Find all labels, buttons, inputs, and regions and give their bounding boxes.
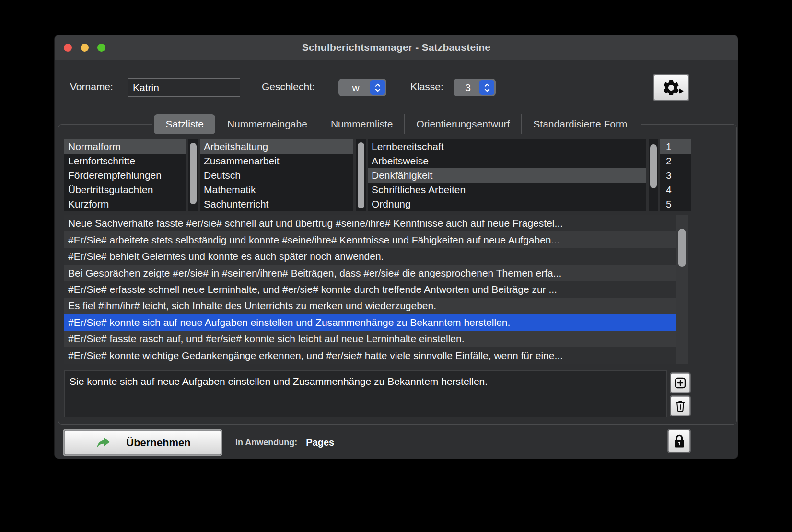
settings-button[interactable] xyxy=(654,75,688,100)
grade-item[interactable]: 2 xyxy=(660,154,691,168)
preview-textarea[interactable]: Sie konnte sich auf neue Aufgaben einste… xyxy=(64,370,667,417)
stepper-icon xyxy=(370,80,385,95)
vorname-label: Vorname: xyxy=(70,81,113,93)
apply-arrow-icon xyxy=(94,435,112,451)
tabs: SatzlisteNummerneingabeNummernlisteOrien… xyxy=(152,114,641,134)
tab[interactable]: Orientierungsentwurf xyxy=(404,114,521,134)
tab[interactable]: Satzliste xyxy=(154,114,215,134)
sentence-item[interactable]: #Er/Sie# arbeitete stets selbständig und… xyxy=(64,231,676,248)
subcategory-scrollbar[interactable] xyxy=(649,139,658,211)
report-form-scrollbar[interactable] xyxy=(188,139,198,211)
geschlecht-label: Geschlecht: xyxy=(262,81,315,93)
in-app-label: in Anwendung: xyxy=(235,438,297,448)
zoom-icon[interactable] xyxy=(97,44,105,52)
sentence-item[interactable]: Es fiel #ihm/ihr# leicht, sich Inhalte d… xyxy=(64,298,676,314)
lock-button[interactable] xyxy=(668,430,690,452)
scrollbar-thumb[interactable] xyxy=(358,142,364,208)
apply-label: Übernehmen xyxy=(126,437,190,449)
klasse-select[interactable]: 3 xyxy=(454,79,496,96)
lock-icon xyxy=(672,433,687,450)
sentence-scrollbar[interactable] xyxy=(676,215,688,364)
subcategory-list: LernbereitschaftArbeitsweiseDenkfähigkei… xyxy=(368,139,646,211)
sentence-list: Neue Sachverhalte fasste #er/sie# schnel… xyxy=(64,215,676,364)
grade-item[interactable]: 5 xyxy=(660,197,691,211)
delete-sentence-button[interactable] xyxy=(671,396,690,416)
list-item[interactable]: Übertrittsgutachten xyxy=(64,183,186,197)
list-item[interactable]: Kurzform xyxy=(64,197,186,211)
window-title: Schulberichtsmanager - Satzbausteine xyxy=(302,42,490,53)
sentence-item[interactable]: Neue Sachverhalte fasste #er/sie# schnel… xyxy=(64,215,676,231)
list-item[interactable]: Ordnung xyxy=(368,197,646,211)
vorname-input[interactable] xyxy=(128,78,240,97)
plus-icon xyxy=(673,376,687,390)
traffic-lights xyxy=(64,35,105,60)
list-item[interactable]: Sachunterricht xyxy=(200,197,353,211)
list-item[interactable]: Deutsch xyxy=(200,168,353,183)
category-list: ArbeitshaltungZusammenarbeitDeutschMathe… xyxy=(200,139,353,211)
scrollbar-thumb[interactable] xyxy=(650,144,657,188)
stepper-icon xyxy=(479,80,494,95)
tab[interactable]: Standardisierte Form xyxy=(521,114,639,134)
add-sentence-button[interactable] xyxy=(671,373,690,393)
trash-icon xyxy=(674,399,687,413)
list-item[interactable]: Arbeitshaltung xyxy=(200,139,353,154)
app-window: Schulberichtsmanager - Satzbausteine Vor… xyxy=(54,35,738,459)
list-item[interactable]: Arbeitsweise xyxy=(368,154,646,168)
sentence-item[interactable]: Bei Gesprächen zeigte #er/sie# in #seine… xyxy=(64,265,676,281)
sentence-item[interactable]: #Er/Sie# fasste rasch auf, und #er/sie# … xyxy=(64,331,676,347)
gear-icon xyxy=(662,78,681,97)
minimize-icon[interactable] xyxy=(81,44,89,52)
sentence-item[interactable]: #Er/Sie# behielt Gelerntes und konnte es… xyxy=(64,248,676,265)
list-item[interactable]: Lernbereitschaft xyxy=(368,139,646,154)
list-item[interactable]: Lernfortschritte xyxy=(64,154,186,168)
grade-item[interactable]: 1 xyxy=(660,139,691,154)
sentence-item[interactable]: #Er/Sie# konnte wichtige Gedankengänge e… xyxy=(64,347,676,364)
list-item[interactable]: Zusammenarbeit xyxy=(200,154,353,168)
grade-item[interactable]: 3 xyxy=(660,168,691,183)
klasse-label: Klasse: xyxy=(410,81,443,93)
grade-list: 12345 xyxy=(660,139,691,211)
scrollbar-thumb[interactable] xyxy=(678,229,686,267)
grade-item[interactable]: 4 xyxy=(660,183,691,197)
list-item[interactable]: Denkfähigkeit xyxy=(368,168,646,183)
target-app-status: in Anwendung: Pages xyxy=(235,430,334,455)
geschlecht-select[interactable]: w xyxy=(338,79,386,96)
tab[interactable]: Nummerneingabe xyxy=(215,114,319,134)
apply-button[interactable]: Übernehmen xyxy=(64,430,221,455)
category-scrollbar[interactable] xyxy=(356,139,366,211)
list-item[interactable]: Mathematik xyxy=(200,183,353,197)
menu-arrow-icon xyxy=(679,88,684,94)
scrollbar-thumb[interactable] xyxy=(190,143,197,204)
list-item[interactable]: Förderempfehlungen xyxy=(64,168,186,183)
close-icon[interactable] xyxy=(64,44,72,52)
sentence-item[interactable]: #Er/Sie# erfasste schnell neue Lerninhal… xyxy=(64,281,676,298)
list-item[interactable]: Schriftliches Arbeiten xyxy=(368,183,646,197)
tab[interactable]: Nummernliste xyxy=(319,114,405,134)
report-form-list: NormalformLernfortschritteFörderempfehlu… xyxy=(64,139,186,211)
tab-bar: SatzlisteNummerneingabeNummernlisteOrien… xyxy=(55,114,738,134)
list-item[interactable]: Normalform xyxy=(64,139,186,154)
title-bar[interactable]: Schulberichtsmanager - Satzbausteine xyxy=(55,35,738,60)
sentence-item[interactable]: #Er/Sie# konnte sich auf neue Aufgaben e… xyxy=(64,314,676,331)
app-name: Pages xyxy=(306,437,334,448)
